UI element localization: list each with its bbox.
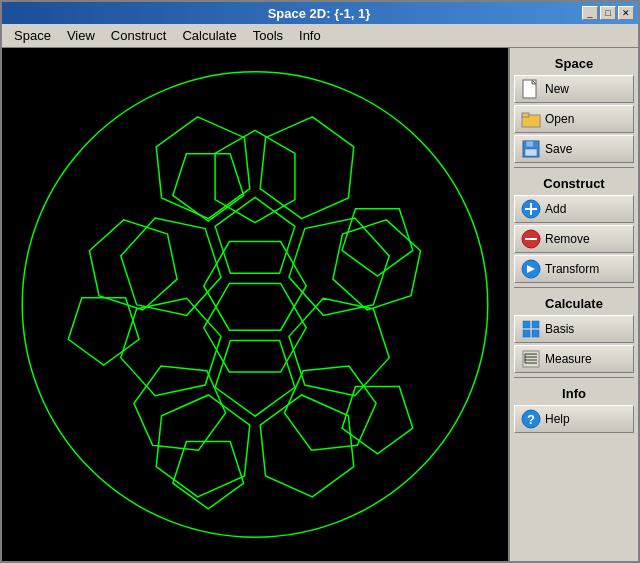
menu-calculate[interactable]: Calculate (174, 26, 244, 45)
svg-rect-17 (523, 330, 530, 337)
svg-rect-5 (526, 141, 534, 147)
close-button[interactable]: ✕ (618, 6, 634, 20)
add-button[interactable]: Add (514, 195, 634, 223)
transform-icon (521, 259, 541, 279)
menu-bar: Space View Construct Calculate Tools Inf… (2, 24, 638, 48)
measure-label: Measure (545, 352, 592, 366)
measure-icon (521, 349, 541, 369)
help-label: Help (545, 412, 570, 426)
title-bar: Space 2D: {-1, 1} _ □ ✕ (2, 2, 638, 24)
svg-rect-12 (525, 238, 537, 240)
basis-button[interactable]: Basis (514, 315, 634, 343)
add-icon (521, 199, 541, 219)
basis-icon (521, 319, 541, 339)
open-button[interactable]: Open (514, 105, 634, 133)
svg-rect-10 (525, 208, 537, 210)
transform-button[interactable]: Transform (514, 255, 634, 283)
divider-3 (514, 377, 634, 378)
open-icon (521, 109, 541, 129)
divider-2 (514, 287, 634, 288)
remove-icon (521, 229, 541, 249)
main-canvas (2, 48, 508, 561)
help-button[interactable]: ? Help (514, 405, 634, 433)
section-space-label: Space (514, 52, 634, 73)
remove-button[interactable]: Remove (514, 225, 634, 253)
transform-label: Transform (545, 262, 599, 276)
menu-view[interactable]: View (59, 26, 103, 45)
divider-1 (514, 167, 634, 168)
basis-label: Basis (545, 322, 574, 336)
minimize-button[interactable]: _ (582, 6, 598, 20)
open-label: Open (545, 112, 574, 126)
save-button[interactable]: Save (514, 135, 634, 163)
section-info-label: Info (514, 382, 634, 403)
menu-tools[interactable]: Tools (245, 26, 291, 45)
new-label: New (545, 82, 569, 96)
sidebar: Space New Open (508, 48, 638, 561)
save-label: Save (545, 142, 572, 156)
svg-rect-3 (522, 113, 529, 117)
main-area: Space New Open (2, 48, 638, 561)
main-window: Space 2D: {-1, 1} _ □ ✕ Space View Const… (0, 0, 640, 563)
canvas-area (2, 48, 508, 561)
save-icon (521, 139, 541, 159)
measure-button[interactable]: Measure (514, 345, 634, 373)
svg-rect-15 (523, 321, 530, 328)
remove-label: Remove (545, 232, 590, 246)
maximize-button[interactable]: □ (600, 6, 616, 20)
new-button[interactable]: New (514, 75, 634, 103)
section-construct-label: Construct (514, 172, 634, 193)
new-icon (521, 79, 541, 99)
menu-space[interactable]: Space (6, 26, 59, 45)
section-calculate-label: Calculate (514, 292, 634, 313)
window-title: Space 2D: {-1, 1} (56, 6, 582, 21)
add-label: Add (545, 202, 566, 216)
svg-rect-16 (532, 321, 539, 328)
menu-construct[interactable]: Construct (103, 26, 175, 45)
svg-rect-18 (532, 330, 539, 337)
menu-info[interactable]: Info (291, 26, 329, 45)
svg-rect-6 (525, 149, 537, 156)
svg-rect-7 (533, 142, 535, 146)
help-icon: ? (521, 409, 541, 429)
title-bar-buttons: _ □ ✕ (582, 6, 634, 20)
svg-text:?: ? (527, 412, 535, 427)
